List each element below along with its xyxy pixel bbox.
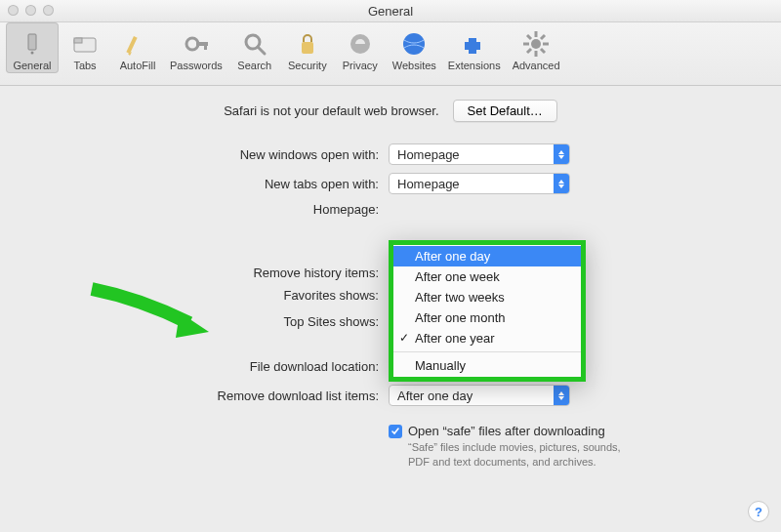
lock-icon <box>292 28 323 60</box>
toolbar-passwords[interactable]: Passwords <box>164 22 228 73</box>
open-safe-help: “Safe” files include movies, pictures, s… <box>408 440 633 471</box>
remove-history-dropdown[interactable]: After one day After one week After two w… <box>389 240 586 382</box>
default-browser-message: Safari is not your default web browser. <box>224 103 438 118</box>
window-controls[interactable] <box>8 5 54 16</box>
checkmark-icon: ✓ <box>399 331 409 345</box>
annotation-arrow-icon <box>82 279 219 350</box>
popup-arrows-icon <box>554 386 569 405</box>
titlebar: General <box>0 0 781 22</box>
zoom-window-icon[interactable] <box>43 5 54 16</box>
globe-icon <box>398 28 430 60</box>
svg-line-19 <box>527 35 531 39</box>
new-tabs-label: New tabs open with: <box>0 177 389 191</box>
svg-line-20 <box>541 49 545 53</box>
toolbar-general-label: General <box>13 60 51 71</box>
toolbar-tabs[interactable]: Tabs <box>59 22 111 73</box>
toolbar-tabs-label: Tabs <box>73 60 96 71</box>
search-icon <box>239 28 270 60</box>
toolbar-extensions[interactable]: Extensions <box>442 22 507 73</box>
dropdown-option-one-month[interactable]: After one month <box>393 307 581 328</box>
toolbar-advanced-label: Advanced <box>513 60 560 71</box>
toolbar-advanced[interactable]: Advanced <box>507 22 566 73</box>
svg-rect-8 <box>204 42 207 50</box>
svg-point-14 <box>531 39 541 49</box>
toolbar-search[interactable]: Search <box>228 22 281 73</box>
svg-line-22 <box>527 49 531 53</box>
close-window-icon[interactable] <box>8 5 19 16</box>
popup-arrows-icon <box>554 174 569 193</box>
svg-rect-3 <box>74 38 82 43</box>
svg-point-13 <box>403 33 425 55</box>
svg-rect-11 <box>302 42 313 54</box>
new-tabs-value: Homepage <box>397 177 460 191</box>
toolbar-privacy-label: Privacy <box>343 60 378 71</box>
remove-downloads-popup[interactable]: After one day <box>389 385 570 406</box>
toolbar-websites[interactable]: Websites <box>387 22 442 73</box>
toolbar-extensions-label: Extensions <box>448 60 501 71</box>
new-windows-label: New windows open with: <box>0 147 389 162</box>
toolbar-autofill-label: AutoFill <box>120 60 156 71</box>
dropdown-option-one-week[interactable]: After one week <box>393 266 581 287</box>
preferences-toolbar: General Tabs AutoFill Passwords Search S… <box>0 22 781 86</box>
download-location-label: File download location: <box>0 359 389 374</box>
toolbar-websites-label: Websites <box>392 60 436 71</box>
toolbar-autofill[interactable]: AutoFill <box>111 22 164 73</box>
gear-icon <box>520 28 552 60</box>
remove-downloads-value: After one day <box>397 389 473 403</box>
window-title: General <box>368 4 413 19</box>
dropdown-option-one-year[interactable]: ✓ After one year <box>393 328 581 348</box>
dropdown-option-manually[interactable]: Manually <box>393 355 581 376</box>
toolbar-search-label: Search <box>237 60 271 71</box>
new-windows-value: Homepage <box>397 147 460 162</box>
open-safe-checkbox[interactable]: Open “safe” files after downloading <box>389 424 679 438</box>
toolbar-privacy[interactable]: Privacy <box>334 22 387 73</box>
homepage-label: Homepage: <box>0 202 389 217</box>
minimize-window-icon[interactable] <box>25 5 36 16</box>
svg-line-21 <box>541 35 545 39</box>
new-tabs-popup[interactable]: Homepage <box>389 173 570 194</box>
new-windows-popup[interactable]: Homepage <box>389 143 570 165</box>
remove-downloads-label: Remove download list items: <box>0 389 389 403</box>
privacy-icon <box>345 28 376 60</box>
checkbox-checked-icon <box>389 425 402 438</box>
dropdown-option-two-weeks[interactable]: After two weeks <box>393 287 581 307</box>
help-button[interactable]: ? <box>748 501 769 522</box>
general-icon <box>17 28 48 60</box>
dropdown-separator <box>393 351 581 352</box>
svg-line-10 <box>258 47 265 54</box>
set-default-button[interactable]: Set Default… <box>453 100 557 122</box>
toolbar-passwords-label: Passwords <box>170 60 223 71</box>
svg-marker-23 <box>176 312 209 338</box>
svg-rect-0 <box>28 34 36 50</box>
toolbar-security-label: Security <box>288 60 327 71</box>
toolbar-general[interactable]: General <box>6 22 59 73</box>
remove-history-label: Remove history items: <box>0 266 389 280</box>
autofill-icon <box>122 28 153 60</box>
open-safe-label: Open “safe” files after downloading <box>408 424 605 438</box>
passwords-icon <box>181 28 212 60</box>
tabs-icon <box>69 28 101 60</box>
svg-point-1 <box>31 52 34 55</box>
dropdown-option-one-day[interactable]: After one day <box>393 246 581 266</box>
toolbar-security[interactable]: Security <box>281 22 334 73</box>
popup-arrows-icon <box>554 144 569 164</box>
extensions-icon <box>459 28 490 60</box>
svg-rect-4 <box>126 36 137 54</box>
